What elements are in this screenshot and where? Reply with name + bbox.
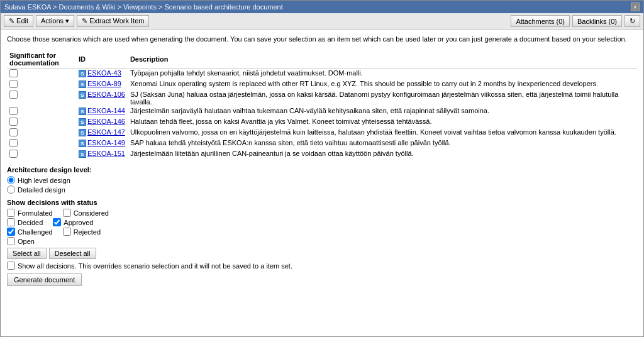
scenario-link[interactable]: ESKOA-151 xyxy=(87,150,125,157)
col-header-significant: Significant for documentation xyxy=(7,50,76,69)
attachments-button[interactable]: Attachments (0) xyxy=(511,15,570,27)
table-row: SESKOA-151Järjestelmään liitetään ajuril… xyxy=(7,149,637,160)
architecture-design-label: Architecture design level: xyxy=(7,166,637,174)
scenario-icon: S xyxy=(79,150,86,158)
radio-high-level[interactable]: High level design xyxy=(7,176,637,184)
scenario-icon: S xyxy=(79,91,86,99)
select-deselect-row: Select all Deselect all xyxy=(7,248,637,259)
scenario-link[interactable]: ESKOA-89 xyxy=(87,80,121,87)
scenario-checkbox-4[interactable] xyxy=(9,118,18,126)
select-all-button[interactable]: Select all xyxy=(7,248,47,259)
radio-high-level-input[interactable] xyxy=(7,176,15,184)
radio-detailed[interactable]: Detailed design xyxy=(7,185,637,194)
scenario-id-cell: SESKOA-147 xyxy=(76,128,128,138)
scenario-id-cell: SESKOA-106 xyxy=(76,90,128,106)
main-window: Sulava ESKOA > Documents & Wiki > Viewpo… xyxy=(0,0,644,337)
scenario-icon: S xyxy=(79,80,86,88)
scenario-description-cell: SAP haluaa tehdä yhteistyötä ESKOA:n kan… xyxy=(128,138,637,149)
table-row: SESKOA-147Ulkopuolinen valvomo, jossa on… xyxy=(7,128,637,138)
show-all-decisions-row: Show all decisions. This overrides scena… xyxy=(7,262,637,270)
scenario-checkbox-2[interactable] xyxy=(9,91,18,99)
radio-detailed-input[interactable] xyxy=(7,185,15,194)
show-all-decisions-text: Show all decisions. This overrides scena… xyxy=(18,262,292,270)
content-area: Choose those scenarios which are used wh… xyxy=(1,30,643,336)
scenario-id-cell: SESKOA-151 xyxy=(76,149,128,160)
scenario-link[interactable]: ESKOA-146 xyxy=(87,118,125,125)
scenario-checkbox-6[interactable] xyxy=(9,139,18,147)
description-text: Choose those scenarios which are used wh… xyxy=(7,35,637,44)
checkbox-approved-label: Approved xyxy=(64,219,93,226)
radio-high-level-label: High level design xyxy=(18,177,70,184)
scenario-description-cell: SJ (Saksan Juna) haluaa ostaa järjestelm… xyxy=(128,90,637,106)
scenario-checkbox-7[interactable] xyxy=(9,150,18,158)
scenario-icon: S xyxy=(79,70,86,77)
checkbox-approved-input[interactable] xyxy=(53,218,61,226)
breadcrumb: Sulava ESKOA > Documents & Wiki > Viewpo… xyxy=(4,3,283,11)
close-button[interactable]: × xyxy=(631,3,640,11)
table-row: SESKOA-43Työpajan pohjalta tehdyt skenaa… xyxy=(7,69,637,80)
checkbox-open-label: Open xyxy=(18,238,35,245)
checkbox-approved[interactable]: Approved xyxy=(53,218,93,226)
scenario-description-cell: Työpajan pohjalta tehdyt skenaariot, nii… xyxy=(128,69,637,80)
scenario-icon: S xyxy=(79,129,86,136)
scenario-id-cell: SESKOA-149 xyxy=(76,138,128,149)
table-row: SESKOA-144Järjestelmän sarjaväylä haluta… xyxy=(7,106,637,117)
extract-work-item-button[interactable]: ✎ Extract Work Item xyxy=(77,15,149,27)
architecture-design-group: High level design Detailed design xyxy=(7,176,637,194)
deselect-all-button[interactable]: Deselect all xyxy=(49,248,96,259)
table-row: SESKOA-149SAP haluaa tehdä yhteistyötä E… xyxy=(7,138,637,149)
scenario-link[interactable]: ESKOA-43 xyxy=(87,69,121,77)
checkbox-rejected[interactable]: Rejected xyxy=(63,228,101,236)
scenario-description-cell: Järjestelmään liitetään ajurillinen CAN-… xyxy=(128,149,637,160)
decisions-row-1: Formulated Considered xyxy=(7,209,637,217)
backlinks-button[interactable]: Backlinks (0) xyxy=(572,15,622,27)
checkbox-formulated-input[interactable] xyxy=(7,209,15,217)
scenario-icon: S xyxy=(79,108,86,115)
checkbox-considered-label: Considered xyxy=(74,209,109,217)
table-row: SESKOA-106SJ (Saksan Juna) haluaa ostaa … xyxy=(7,90,637,106)
checkbox-formulated-label: Formulated xyxy=(18,209,53,217)
decisions-row-2: Decided Approved xyxy=(7,218,637,226)
radio-detailed-label: Detailed design xyxy=(18,186,65,194)
scenario-description-cell: Ulkopuolinen valvomo, jossa on eri käytt… xyxy=(128,128,637,138)
col-header-description: Description xyxy=(128,50,637,69)
checkbox-rejected-label: Rejected xyxy=(74,228,101,236)
scenario-checkbox-3[interactable] xyxy=(9,107,18,115)
checkbox-rejected-input[interactable] xyxy=(63,228,71,236)
toolbar-right: Attachments (0) Backlinks (0) ↻ xyxy=(511,15,640,27)
checkbox-challenged[interactable]: Challenged xyxy=(7,228,53,236)
checkbox-formulated[interactable]: Formulated xyxy=(7,209,53,217)
edit-button[interactable]: ✎ Edit xyxy=(4,15,33,27)
decisions-row-4: Open xyxy=(7,237,637,245)
checkbox-challenged-input[interactable] xyxy=(7,228,15,236)
scenario-id-cell: SESKOA-146 xyxy=(76,117,128,128)
table-row: SESKOA-146Halutaan tehdä fleet, jossa on… xyxy=(7,117,637,128)
toolbar: ✎ Edit Actions ▾ ✎ Extract Work Item Att… xyxy=(1,13,643,30)
scenario-id-cell: SESKOA-89 xyxy=(76,79,128,90)
window-title: Sulava ESKOA > Documents & Wiki > Viewpo… xyxy=(4,3,283,11)
scenario-link[interactable]: ESKOA-147 xyxy=(87,128,125,136)
scenario-checkbox-1[interactable] xyxy=(9,80,18,88)
scenario-link[interactable]: ESKOA-106 xyxy=(87,91,125,98)
refresh-button[interactable]: ↻ xyxy=(625,15,640,27)
scenario-checkbox-0[interactable] xyxy=(9,69,18,77)
scenario-id-cell: SESKOA-144 xyxy=(76,106,128,117)
scenario-id-cell: SESKOA-43 xyxy=(76,69,128,80)
generate-document-button[interactable]: Generate document xyxy=(7,273,82,286)
scenario-icon: S xyxy=(79,140,86,147)
checkbox-decided[interactable]: Decided xyxy=(7,218,43,226)
scenario-checkbox-5[interactable] xyxy=(9,128,18,136)
checkbox-open[interactable]: Open xyxy=(7,237,35,245)
scenarios-table: Significant for documentation ID Descrip… xyxy=(7,50,637,160)
scenario-link[interactable]: ESKOA-149 xyxy=(87,139,125,146)
decisions-checkboxes: Formulated Considered Decided Approved xyxy=(7,209,637,245)
checkbox-open-input[interactable] xyxy=(7,237,15,245)
show-all-decisions-checkbox[interactable] xyxy=(7,262,15,270)
scenario-description-cell: Järjestelmän sarjaväylä halutaan vaihtaa… xyxy=(128,106,637,117)
checkbox-considered-input[interactable] xyxy=(63,209,71,217)
checkbox-considered[interactable]: Considered xyxy=(63,209,109,217)
actions-button[interactable]: Actions ▾ xyxy=(36,15,74,27)
checkbox-decided-input[interactable] xyxy=(7,218,15,226)
scenario-link[interactable]: ESKOA-144 xyxy=(87,107,125,114)
scenario-description-cell: Xenomai Linux operating system is replac… xyxy=(128,79,637,90)
